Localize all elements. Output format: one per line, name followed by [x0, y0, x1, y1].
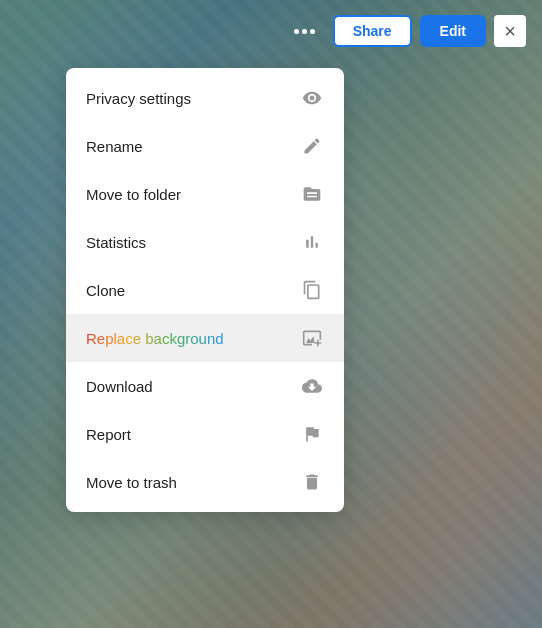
replace-background-icon [300, 326, 324, 350]
close-button[interactable]: × [494, 15, 526, 47]
menu-item-report[interactable]: Report [66, 410, 344, 458]
download-icon [300, 374, 324, 398]
clone-icon [300, 278, 324, 302]
menu-item-download-label: Download [86, 378, 153, 395]
trash-icon [300, 470, 324, 494]
menu-item-move-to-trash[interactable]: Move to trash [66, 458, 344, 506]
rename-icon [300, 134, 324, 158]
menu-item-replace-background[interactable]: Replace background [66, 314, 344, 362]
bar-chart-icon [300, 230, 324, 254]
menu-item-move-to-trash-label: Move to trash [86, 474, 177, 491]
share-button[interactable]: Share [333, 15, 412, 47]
menu-item-rename[interactable]: Rename [66, 122, 344, 170]
folder-arrow-icon [300, 182, 324, 206]
menu-item-move-to-folder-label: Move to folder [86, 186, 181, 203]
menu-item-clone[interactable]: Clone [66, 266, 344, 314]
eye-icon [300, 86, 324, 110]
menu-item-report-label: Report [86, 426, 131, 443]
context-menu: Privacy settings Rename Move to folder S… [66, 68, 344, 512]
menu-item-statistics-label: Statistics [86, 234, 146, 251]
menu-item-download[interactable]: Download [66, 362, 344, 410]
menu-item-privacy-settings-label: Privacy settings [86, 90, 191, 107]
menu-item-replace-background-label: Replace background [86, 330, 224, 347]
menu-item-statistics[interactable]: Statistics [66, 218, 344, 266]
menu-item-rename-label: Rename [86, 138, 143, 155]
menu-item-clone-label: Clone [86, 282, 125, 299]
edit-button[interactable]: Edit [420, 15, 486, 47]
flag-icon [300, 422, 324, 446]
menu-item-privacy-settings[interactable]: Privacy settings [66, 74, 344, 122]
menu-item-move-to-folder[interactable]: Move to folder [66, 170, 344, 218]
top-bar: Share Edit × [0, 0, 542, 62]
more-options-button[interactable] [284, 23, 325, 40]
